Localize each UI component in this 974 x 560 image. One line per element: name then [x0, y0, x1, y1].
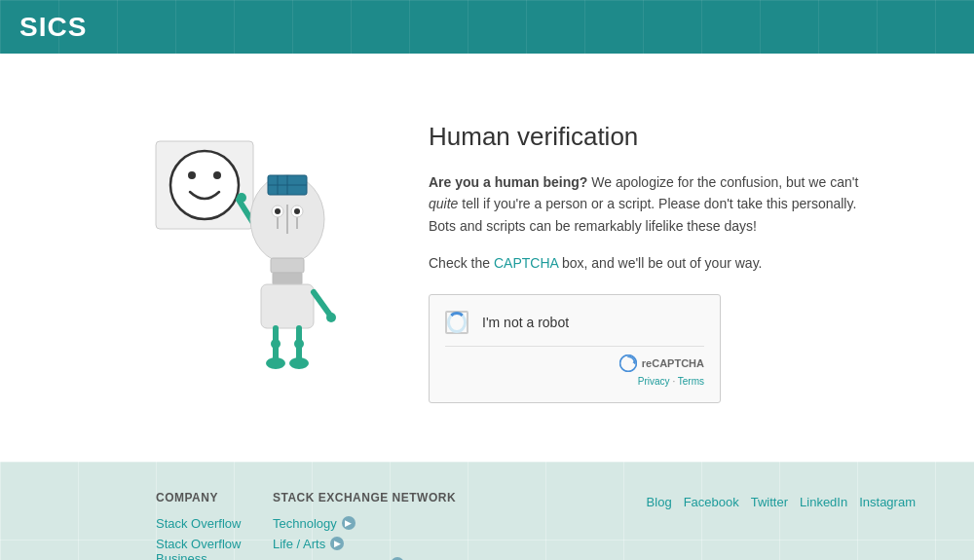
captcha-checkbox[interactable]: [445, 311, 468, 334]
svg-point-22: [326, 313, 336, 322]
recaptcha-icon: [619, 355, 637, 372]
description-italic: quite: [429, 196, 458, 211]
robot-section: [97, 112, 390, 385]
footer-link-stackoverflow[interactable]: Stack Overflow: [156, 516, 253, 531]
description: Are you a human being? We apologize for …: [429, 171, 877, 237]
svg-point-26: [294, 339, 304, 349]
description-text1: We apologize for the confusion, but we c…: [587, 174, 858, 190]
robot-illustration: [136, 112, 351, 385]
svg-line-21: [314, 292, 331, 317]
captcha-label: I'm not a robot: [482, 315, 569, 330]
footer-network-link-lifearts[interactable]: Life / Arts ▶: [273, 537, 497, 551]
header-title: SICS: [19, 12, 87, 43]
social-link-blog[interactable]: Blog: [647, 495, 672, 509]
recaptcha-links: Privacy · Terms: [638, 376, 704, 387]
network-arrow-lifearts: ▶: [330, 537, 344, 550]
footer-network-link-culture[interactable]: Culture / Recreation ▶: [273, 557, 497, 560]
captcha-footer: reCAPTCHA Privacy · Terms: [445, 346, 704, 387]
svg-point-3: [213, 171, 221, 179]
svg-point-12: [275, 208, 281, 214]
footer-content: COMPANY Stack Overflow Stack Overflow Bu…: [58, 491, 916, 560]
network-arrow-technology: ▶: [342, 516, 356, 530]
svg-point-25: [271, 339, 281, 349]
recaptcha-logo: reCAPTCHA: [619, 355, 704, 372]
privacy-link[interactable]: Privacy: [638, 376, 670, 387]
footer-network-heading: STACK EXCHANGE NETWORK: [273, 491, 497, 504]
social-link-twitter[interactable]: Twitter: [751, 495, 788, 509]
footer: COMPANY Stack Overflow Stack Overflow Bu…: [0, 462, 974, 560]
captcha-link[interactable]: CAPTCHA: [494, 255, 558, 271]
recaptcha-text: reCAPTCHA: [642, 357, 704, 369]
footer-company-column: COMPANY Stack Overflow Stack Overflow Bu…: [58, 491, 253, 560]
terms-link[interactable]: Terms: [678, 376, 704, 387]
description-bold: Are you a human being?: [429, 174, 587, 190]
footer-network-column: STACK EXCHANGE NETWORK Technology ▶ Life…: [253, 491, 497, 560]
footer-network-link-technology[interactable]: Technology ▶: [273, 516, 497, 531]
svg-rect-18: [271, 258, 304, 273]
separator: ·: [670, 376, 678, 387]
header: SICS: [0, 0, 974, 54]
captcha-inner: I'm not a robot: [445, 311, 704, 334]
captcha-spinner: [447, 312, 467, 333]
footer-company-heading: COMPANY: [156, 491, 253, 504]
captcha-box[interactable]: I'm not a robot reCAPTCHA Privacy · Term…: [429, 294, 721, 403]
svg-point-27: [266, 357, 285, 369]
main-content: Human verification Are you a human being…: [0, 54, 974, 462]
svg-rect-19: [273, 273, 302, 284]
footer-link-stackoverflow-business[interactable]: Stack Overflow Business: [156, 537, 253, 560]
captcha-prompt-post: box, and we'll be out of your way.: [558, 255, 762, 271]
social-link-facebook[interactable]: Facebook: [684, 495, 739, 509]
captcha-prompt-pre: Check the: [429, 255, 494, 271]
text-section: Human verification Are you a human being…: [390, 112, 877, 403]
svg-point-13: [294, 208, 300, 214]
svg-point-5: [237, 193, 246, 203]
footer-social-column: Blog Facebook Twitter LinkedIn Instagram: [497, 491, 916, 560]
svg-point-28: [289, 357, 309, 369]
captcha-prompt: Check the CAPTCHA box, and we'll be out …: [429, 252, 877, 274]
social-link-instagram[interactable]: Instagram: [859, 495, 916, 509]
page-title: Human verification: [429, 122, 877, 152]
svg-point-2: [188, 171, 196, 179]
svg-point-1: [170, 151, 239, 219]
svg-rect-20: [261, 284, 314, 328]
description-text2: tell if you're a person or a script. Ple…: [429, 196, 856, 233]
social-link-linkedin[interactable]: LinkedIn: [800, 495, 847, 509]
header-grid-decoration: [0, 0, 974, 54]
